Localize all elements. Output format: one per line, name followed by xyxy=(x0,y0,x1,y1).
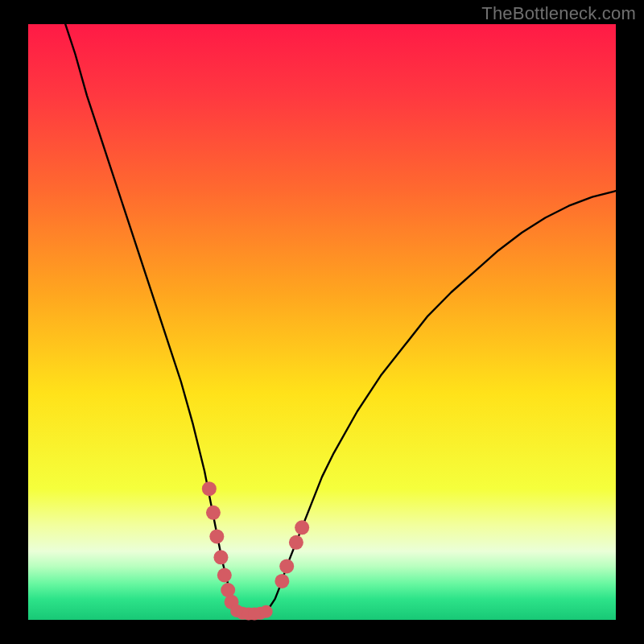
watermark-text: TheBottleneck.com xyxy=(481,3,636,24)
chart-stage: TheBottleneck.com xyxy=(0,0,644,644)
curve-marker xyxy=(217,568,232,583)
curve-marker xyxy=(289,535,303,550)
chart-svg xyxy=(0,0,644,644)
curve-marker xyxy=(209,529,224,543)
curve-marker xyxy=(260,605,273,618)
curve-marker xyxy=(275,574,289,588)
curve-marker xyxy=(213,550,228,564)
curve-marker xyxy=(202,481,217,496)
curve-marker xyxy=(279,559,294,573)
curve-marker xyxy=(206,506,221,520)
plot-background xyxy=(28,24,616,620)
curve-marker xyxy=(295,520,309,535)
